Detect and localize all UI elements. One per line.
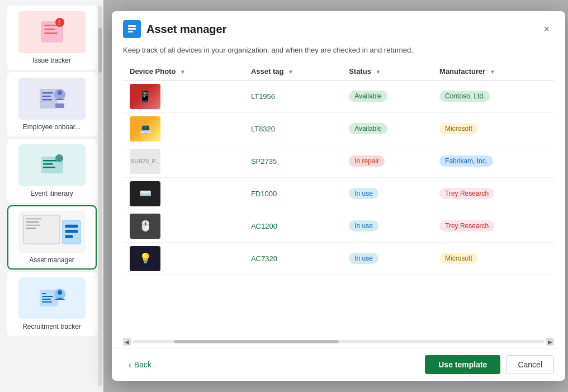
status-badge: Available (349, 123, 387, 134)
cell-device-photo (123, 112, 244, 145)
svg-rect-15 (43, 163, 53, 165)
sidebar-item-asset-manager[interactable]: Asset manager (7, 205, 97, 270)
status-badge: In use (349, 220, 378, 232)
modal-body: Device Photo ▼ Asset tag ▼ Status ▼ Manu… (112, 63, 565, 338)
svg-rect-29 (42, 293, 46, 294)
cell-manufacturer: Trey Research (433, 210, 554, 242)
cell-asset-tag: LT1956 (244, 80, 342, 112)
svg-rect-36 (128, 28, 136, 30)
sidebar-item-event-label: Event itinerary (30, 190, 73, 197)
thumb-recruitment-icon (18, 277, 86, 319)
cell-status: In use (342, 242, 433, 275)
back-button-label: Back (134, 360, 152, 369)
manufacturer-badge: Microsoft (439, 253, 478, 264)
svg-rect-7 (42, 92, 53, 94)
sidebar-scrollbar-thumb[interactable] (98, 28, 102, 73)
cell-manufacturer: Trey Research (433, 177, 554, 210)
col-manufacturer[interactable]: Manufacturer ▼ (433, 63, 554, 81)
svg-rect-35 (128, 25, 136, 27)
scroll-track-horizontal[interactable] (133, 340, 544, 343)
sidebar-thumb-issue-tracker: ! (18, 11, 86, 53)
svg-rect-2 (44, 29, 55, 30)
manufacturer-badge: Microsoft (439, 123, 478, 134)
sidebar-item-issue-tracker[interactable]: ! Issue tracker (7, 6, 97, 70)
device-image-row-lt8320 (130, 116, 160, 141)
device-image-row-fd1000 (130, 181, 160, 206)
sidebar-item-employee-onboarding[interactable]: Employee onboar... (7, 72, 97, 136)
svg-rect-37 (128, 31, 133, 32)
cell-device-photo (123, 80, 244, 112)
back-button[interactable]: ‹ Back (123, 357, 157, 372)
cancel-button[interactable]: Cancel (506, 355, 554, 374)
scroll-right-arrow[interactable]: ▶ (546, 338, 554, 346)
cell-status: In use (342, 177, 433, 210)
use-template-button[interactable]: Use template (425, 355, 500, 374)
svg-rect-23 (26, 228, 36, 229)
asset-tag-value: LT1956 (251, 92, 275, 101)
asset-tag-value: FD1000 (251, 190, 277, 198)
back-chevron-icon: ‹ (129, 360, 131, 369)
svg-rect-26 (65, 230, 78, 233)
table-row: FD1000In useTrey Research (123, 177, 554, 210)
table-row: LT1956AvailableContoso, Ltd. (123, 80, 554, 112)
cell-manufacturer: Microsoft (433, 112, 554, 145)
sidebar-item-employee-label: Employee onboar... (23, 123, 81, 131)
sort-icon-asset-tag: ▼ (288, 69, 294, 75)
col-status[interactable]: Status ▼ (342, 63, 433, 81)
table-row: LT8320AvailableMicrosoft (123, 112, 554, 145)
sidebar-item-event-itinerary[interactable]: 📍 Event itinerary (7, 139, 97, 203)
scroll-left-arrow[interactable]: ◀ (123, 338, 131, 346)
thumb-issue-icon: ! (18, 11, 86, 53)
thumb-asset-icon (18, 211, 86, 253)
cell-asset-tag: LT8320 (244, 112, 342, 145)
modal-title: Asset manager (146, 23, 226, 36)
col-asset-tag[interactable]: Asset tag ▼ (244, 63, 342, 81)
device-image-row-sp2735: SUR20_P... (130, 149, 160, 174)
status-badge: In use (349, 253, 378, 264)
svg-rect-32 (42, 301, 52, 303)
cell-device-photo (123, 242, 244, 275)
svg-rect-6 (40, 89, 58, 108)
sidebar-item-recruitment-label: Recruitment tracker (22, 323, 81, 330)
svg-point-34 (58, 290, 62, 295)
status-badge: Available (349, 91, 387, 102)
sort-icon-manufacturer: ▼ (490, 69, 495, 75)
sidebar-thumb-employee (18, 78, 86, 120)
cell-asset-tag: FD1000 (244, 177, 342, 210)
thumb-event-icon: 📍 (18, 144, 86, 186)
cell-status: Available (342, 80, 433, 112)
thumb-employee-icon (18, 78, 86, 120)
modal-header: Asset manager × (112, 11, 565, 42)
col-device-photo[interactable]: Device Photo ▼ (123, 63, 244, 81)
sort-icon-device-photo: ▼ (180, 69, 186, 75)
asset-tag-value: SP2735 (251, 157, 277, 166)
sidebar-item-recruitment-tracker[interactable]: Recruitment tracker (7, 272, 97, 336)
sidebar-thumb-recruitment (18, 277, 86, 319)
sort-icon-status: ▼ (375, 69, 381, 75)
svg-point-11 (58, 91, 62, 95)
table-row: SUR20_P...SP2735In repairFabrikam, Inc. (123, 145, 554, 177)
sidebar-scrollbar-track[interactable] (98, 6, 102, 386)
device-image-row-ac1200 (130, 214, 160, 239)
footer-actions: Use template Cancel (425, 355, 554, 374)
svg-rect-27 (65, 235, 73, 238)
device-image-row-ac7320 (130, 246, 160, 271)
cell-manufacturer: Microsoft (433, 242, 554, 275)
asset-manager-modal: Asset manager × Keep track of all device… (112, 11, 565, 381)
svg-rect-3 (44, 32, 58, 34)
table-header-row: Device Photo ▼ Asset tag ▼ Status ▼ Manu… (123, 63, 554, 81)
table-row: AC1200In useTrey Research (123, 210, 554, 242)
svg-rect-30 (42, 296, 53, 297)
scroll-thumb-horizontal[interactable] (174, 340, 339, 343)
svg-rect-19 (23, 215, 59, 244)
modal-close-button[interactable]: × (539, 21, 554, 37)
svg-rect-25 (65, 225, 78, 228)
svg-rect-31 (42, 299, 51, 300)
manufacturer-badge: Trey Research (439, 188, 494, 199)
sidebar-item-asset-label: Asset manager (29, 256, 74, 264)
modal-footer: ‹ Back Use template Cancel (112, 348, 565, 381)
cell-status: Available (342, 112, 433, 145)
svg-rect-16 (43, 167, 55, 168)
manufacturer-badge: Fabrikam, Inc. (439, 155, 493, 167)
svg-rect-22 (26, 225, 40, 226)
